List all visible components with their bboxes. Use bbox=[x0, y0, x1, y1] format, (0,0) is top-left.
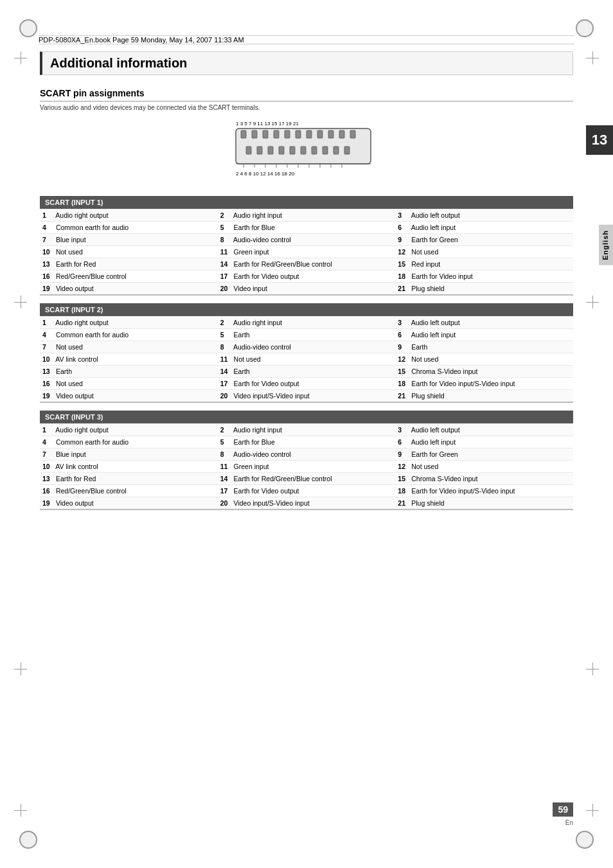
pin-number: 11 bbox=[220, 248, 232, 256]
table-row: 19 Video output20 Video input/S-Video in… bbox=[40, 390, 573, 403]
svg-rect-10 bbox=[328, 130, 333, 138]
table-row: 10 AV link control11 Not used12 Not used bbox=[40, 353, 573, 366]
scart-description: Various audio and video devices may be c… bbox=[40, 104, 573, 111]
pin-label: Not used bbox=[56, 380, 83, 387]
scart-title: SCART pin assignments bbox=[40, 88, 573, 102]
pin-number: 15 bbox=[398, 260, 409, 268]
pin-number: 13 bbox=[42, 475, 54, 483]
pin-label: Red/Green/Blue control bbox=[56, 487, 127, 495]
pin-number: 5 bbox=[220, 438, 232, 446]
pin-label: Earth bbox=[234, 331, 250, 339]
scart-input-header: SCART (INPUT 1) bbox=[40, 196, 573, 209]
table-row: 13 Earth for Red14 Earth for Red/Green/B… bbox=[40, 473, 573, 485]
pin-label: Green input bbox=[234, 463, 269, 470]
crosshair-br bbox=[586, 804, 599, 817]
crosshair-tl bbox=[14, 51, 27, 64]
pin-number: 9 bbox=[398, 343, 409, 351]
corner-decoration-tl bbox=[19, 19, 37, 37]
pin-number: 16 bbox=[42, 272, 54, 280]
pin-number: 11 bbox=[220, 463, 232, 470]
svg-rect-4 bbox=[263, 130, 268, 138]
pin-number: 10 bbox=[42, 463, 54, 470]
pin-label: Audio left output bbox=[411, 211, 460, 219]
pin-number: 20 bbox=[220, 285, 232, 292]
pin-number: 12 bbox=[398, 248, 409, 256]
pin-number: 14 bbox=[220, 475, 232, 483]
pin-number: 18 bbox=[398, 487, 409, 495]
table-row: 7 Not used8 Audio-video control9 Earth bbox=[40, 341, 573, 353]
pin-label: Earth for Red bbox=[56, 475, 96, 483]
pin-number: 3 bbox=[398, 211, 409, 219]
svg-rect-5 bbox=[274, 130, 279, 138]
pin-label: Video input/S-Video input bbox=[234, 499, 310, 507]
pin-number: 4 bbox=[42, 438, 54, 446]
pin-label: Audio right output bbox=[55, 319, 108, 326]
header-bar: PDP-5080XA_En.book Page 59 Monday, May 1… bbox=[39, 35, 574, 44]
svg-rect-6 bbox=[285, 130, 290, 138]
chapter-tab: 13 bbox=[586, 125, 613, 155]
pin-number: 3 bbox=[398, 426, 409, 434]
svg-rect-21 bbox=[333, 146, 339, 154]
pin-label: Not used bbox=[56, 343, 83, 351]
english-tab: English bbox=[599, 225, 613, 265]
corner-decoration-bl bbox=[19, 831, 37, 849]
pin-number: 8 bbox=[220, 236, 232, 244]
pin-label: Audio-video control bbox=[233, 343, 291, 351]
table-row: 4 Common earth for audio5 Earth6 Audio l… bbox=[40, 329, 573, 341]
svg-text:1  3  5  7  9  11 13 15 17 19 : 1 3 5 7 9 11 13 15 17 19 21 bbox=[236, 121, 299, 127]
pin-label: Plug shield bbox=[411, 285, 444, 292]
section-title: Additional information bbox=[50, 56, 187, 71]
pin-label: Common earth for audio bbox=[56, 224, 129, 231]
pin-number: 8 bbox=[220, 343, 232, 351]
pin-label: Video input bbox=[234, 285, 267, 292]
table-row: 10 Not used11 Green input12 Not used bbox=[40, 246, 573, 258]
pin-label: Earth for Video output bbox=[234, 380, 299, 387]
corner-decoration-br bbox=[576, 831, 594, 849]
pin-label: Blue input bbox=[56, 236, 86, 244]
pin-number: 1 bbox=[42, 426, 54, 434]
table-row: 19 Video output20 Video input/S-Video in… bbox=[40, 497, 573, 510]
pin-number: 1 bbox=[42, 211, 54, 219]
pin-number: 7 bbox=[42, 343, 54, 351]
pin-label: Earth for Video output bbox=[234, 487, 299, 495]
pin-label: Earth for Red bbox=[56, 260, 96, 268]
svg-rect-20 bbox=[323, 146, 328, 154]
pin-label: Earth for Blue bbox=[234, 224, 275, 231]
pin-number: 12 bbox=[398, 463, 409, 470]
table-row: 4 Common earth for audio5 Earth for Blue… bbox=[40, 436, 573, 448]
pin-number: 19 bbox=[42, 392, 54, 400]
table-row: 16 Not used17 Earth for Video output18 E… bbox=[40, 378, 573, 390]
svg-rect-19 bbox=[312, 146, 317, 154]
pin-number: 8 bbox=[220, 450, 232, 458]
pin-label: Earth for Video input bbox=[411, 272, 473, 280]
pin-label: Not used bbox=[234, 355, 261, 363]
pin-label: Red/Green/Blue control bbox=[56, 272, 127, 280]
pin-label: Chroma S-Video input bbox=[411, 475, 477, 483]
scart-tables: SCART (INPUT 1)1 Audio right output2 Aud… bbox=[40, 196, 573, 510]
svg-rect-2 bbox=[241, 130, 246, 138]
pin-label: Video output bbox=[56, 392, 94, 400]
table-row: 1 Audio right output2 Audio right input3… bbox=[40, 317, 573, 329]
pin-label: Not used bbox=[411, 463, 438, 470]
pin-number: 12 bbox=[398, 355, 409, 363]
svg-rect-7 bbox=[296, 130, 301, 138]
pin-label: Audio right input bbox=[233, 211, 282, 219]
pin-label: Not used bbox=[411, 355, 438, 363]
main-content: Additional information SCART pin assignm… bbox=[40, 51, 573, 518]
pin-label: Audio right input bbox=[233, 319, 282, 326]
svg-rect-12 bbox=[350, 130, 355, 138]
svg-rect-16 bbox=[279, 146, 284, 154]
scart-input-header: SCART (INPUT 2) bbox=[40, 303, 573, 317]
page-lang: En bbox=[565, 819, 573, 826]
pin-number: 18 bbox=[398, 272, 409, 280]
pin-number: 2 bbox=[220, 211, 232, 219]
pin-label: Earth for Red/Green/Blue control bbox=[234, 475, 332, 483]
crosshair-mid2-r bbox=[586, 662, 599, 675]
pin-number: 19 bbox=[42, 499, 54, 507]
pin-label: Plug shield bbox=[411, 392, 444, 400]
pin-number: 14 bbox=[220, 368, 232, 375]
table-row: 7 Blue input8 Audio-video control9 Earth… bbox=[40, 234, 573, 246]
scart-input-table: SCART (INPUT 3)1 Audio right output2 Aud… bbox=[40, 411, 573, 510]
pin-label: Common earth for audio bbox=[56, 331, 129, 339]
pin-label: Audio left input bbox=[411, 331, 456, 339]
